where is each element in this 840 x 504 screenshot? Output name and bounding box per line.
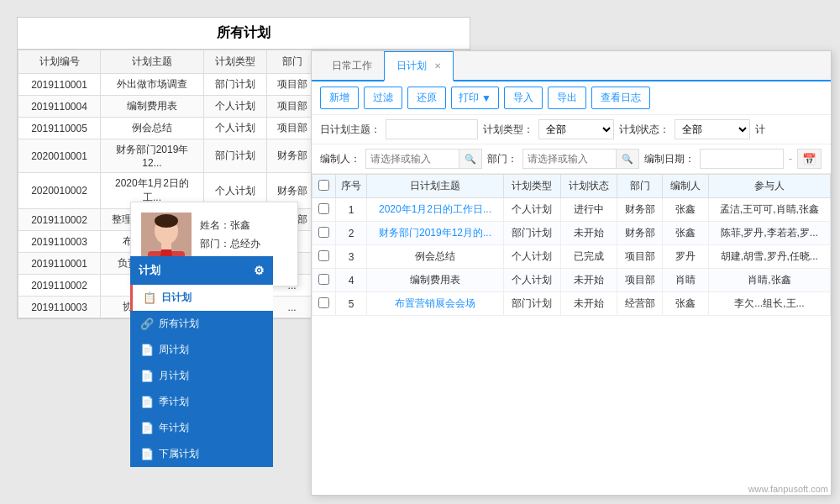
sidebar-item-日计划[interactable]: 📋日计划 xyxy=(130,285,273,311)
sidebar-item-label: 季计划 xyxy=(159,395,189,409)
tooltip-name-value: 张鑫 xyxy=(230,219,250,231)
row-subject[interactable]: 2020年1月2日的工作日... xyxy=(367,198,504,222)
tab-daily-plan[interactable]: 日计划 ✕ xyxy=(384,51,454,81)
row-checkbox[interactable] xyxy=(312,222,336,245)
row-checkbox[interactable] xyxy=(312,198,336,222)
calendar-icon[interactable]: 📅 xyxy=(797,149,822,169)
sidebar-item-label: 周计划 xyxy=(159,343,189,357)
row-participants: 肖睛,张鑫 xyxy=(708,269,830,292)
table-row: 4编制费用表个人计划未开始项目部肖睛肖睛,张鑫 xyxy=(312,269,831,292)
row-editor: 罗丹 xyxy=(663,245,708,269)
dept-label: 部门： xyxy=(487,152,517,166)
row-status: 进行中 xyxy=(560,198,617,222)
dept-search-icon[interactable]: 🔍 xyxy=(616,150,638,168)
tab-close-icon[interactable]: ✕ xyxy=(434,61,441,71)
row-dept: 财务部 xyxy=(617,198,663,222)
filter-button[interactable]: 过滤 xyxy=(364,87,402,109)
sidebar-icon-4: 📄 xyxy=(140,396,154,408)
sidebar-icon-5: 📄 xyxy=(140,422,154,434)
svg-point-2 xyxy=(155,214,178,228)
editor-combo: 🔍 xyxy=(365,149,482,169)
status-label: 计划状态： xyxy=(619,123,669,137)
type-select[interactable]: 全部 个人计划 部门计划 xyxy=(538,119,614,139)
sidebar-header: 计划 ⚙ xyxy=(130,256,273,285)
row-dept: 经营部 xyxy=(617,292,663,316)
sidebar-item-label: 日计划 xyxy=(161,291,192,305)
table-row: 3例会总结个人计划已完成项目部罗丹胡建,胡雪,罗丹,任晓... xyxy=(312,245,831,269)
view-log-button[interactable]: 查看日志 xyxy=(591,87,650,109)
date-label: 编制日期： xyxy=(644,152,695,166)
row-type: 部门计划 xyxy=(503,222,560,245)
col-dept: 部门 xyxy=(617,175,663,198)
row-num: 1 xyxy=(336,198,367,222)
row-type: 个人计划 xyxy=(503,245,560,269)
row-checkbox[interactable] xyxy=(312,245,336,269)
row-type: 个人计划 xyxy=(503,269,560,292)
table-row: 5布置营销展会会场部门计划未开始经营部张鑫李欠...组长,王... xyxy=(312,292,831,316)
row-participants: 孟洁,王可可,肖睛,张鑫 xyxy=(708,198,830,222)
date-separator: - xyxy=(789,153,792,165)
sidebar-icon-6: 📄 xyxy=(140,448,154,460)
row-editor: 肖睛 xyxy=(663,269,708,292)
editor-search-icon[interactable]: 🔍 xyxy=(459,150,481,168)
filter-bar-2: 编制人： 🔍 部门： 🔍 编制日期： - 📅 xyxy=(312,144,831,174)
table-row: 12020年1月2日的工作日...个人计划进行中财务部张鑫孟洁,王可可,肖睛,张… xyxy=(312,198,831,222)
sidebar-item-label: 年计划 xyxy=(159,421,189,435)
tooltip-dept-label: 部门： xyxy=(200,238,230,249)
row-subject[interactable]: 布置营销展会会场 xyxy=(367,292,504,316)
row-subject: 例会总结 xyxy=(367,245,504,269)
sidebar-icon-3: 📄 xyxy=(140,370,154,382)
sidebar-item-label: 所有计划 xyxy=(159,317,199,331)
tooltip-dept-value: 总经办 xyxy=(230,238,260,249)
row-type: 部门计划 xyxy=(503,292,560,316)
dept-combo: 🔍 xyxy=(522,149,639,169)
date-start-input[interactable] xyxy=(700,149,784,169)
row-checkbox[interactable] xyxy=(312,269,336,292)
sidebar-item-季计划[interactable]: 📄季计划 xyxy=(130,389,273,415)
row-participants: 陈菲,罗丹,李若若,罗... xyxy=(708,222,830,245)
row-status: 已完成 xyxy=(560,245,617,269)
dept-input[interactable] xyxy=(523,150,616,168)
sidebar-icon-2: 📄 xyxy=(140,344,154,356)
sidebar-title: 计划 xyxy=(139,263,160,278)
gear-icon[interactable]: ⚙ xyxy=(254,264,265,277)
row-subject[interactable]: 财务部门2019年12月的... xyxy=(367,222,504,245)
restore-button[interactable]: 还原 xyxy=(407,87,446,109)
row-participants: 胡建,胡雪,罗丹,任晓... xyxy=(708,245,830,269)
editor-input[interactable] xyxy=(366,150,459,168)
sidebar-item-月计划[interactable]: 📄月计划 xyxy=(130,363,273,389)
tooltip-name-label: 姓名： xyxy=(200,219,230,231)
sidebar-item-年计划[interactable]: 📄年计划 xyxy=(130,415,273,441)
row-checkbox[interactable] xyxy=(312,292,336,316)
row-dept: 项目部 xyxy=(617,245,663,269)
tab-daily-work[interactable]: 日常工作 xyxy=(320,52,384,80)
tab-bar: 日常工作 日计划 ✕ xyxy=(312,51,831,81)
col-subject: 日计划主题 xyxy=(367,175,504,198)
row-status: 未开始 xyxy=(560,292,617,316)
subject-input[interactable] xyxy=(386,119,478,139)
row-subject: 编制费用表 xyxy=(367,269,504,292)
row-status: 未开始 xyxy=(560,269,617,292)
row-editor: 张鑫 xyxy=(663,292,708,316)
row-editor: 张鑫 xyxy=(663,198,708,222)
sidebar-item-下属计划[interactable]: 📄下属计划 xyxy=(130,441,273,467)
filter-bar-1: 日计划主题： 计划类型： 全部 个人计划 部门计划 计划状态： 全部 未开始 进… xyxy=(312,115,831,144)
status-select[interactable]: 全部 未开始 进行中 已完成 xyxy=(675,119,750,139)
sidebar-item-所有计划[interactable]: 🔗所有计划 xyxy=(130,311,273,337)
row-status: 未开始 xyxy=(560,222,617,245)
add-button[interactable]: 新增 xyxy=(320,87,359,109)
sidebar-item-label: 下属计划 xyxy=(159,447,199,461)
print-button[interactable]: 打印 ▼ xyxy=(451,87,499,109)
select-all-checkbox[interactable] xyxy=(318,180,329,191)
sidebar-item-周计划[interactable]: 📄周计划 xyxy=(130,337,273,363)
row-num: 4 xyxy=(336,269,367,292)
data-table: 序号 日计划主题 计划类型 计划状态 部门 编制人 参与人 12020年1月2日… xyxy=(312,174,831,316)
export-button[interactable]: 导出 xyxy=(548,87,586,109)
import-button[interactable]: 导入 xyxy=(504,87,543,109)
sidebar-item-label: 月计划 xyxy=(159,369,189,383)
extra-label: 计 xyxy=(755,123,765,137)
col-checkbox xyxy=(312,175,336,198)
row-editor: 张鑫 xyxy=(663,222,708,245)
sidebar-icon-1: 🔗 xyxy=(140,318,154,330)
data-table-wrapper: 序号 日计划主题 计划类型 计划状态 部门 编制人 参与人 12020年1月2日… xyxy=(312,174,831,495)
